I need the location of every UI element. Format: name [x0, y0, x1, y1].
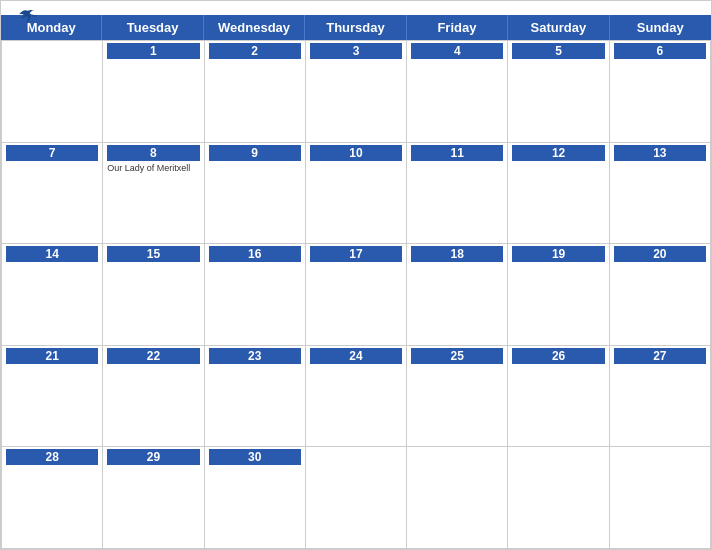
- cell-date: 4: [411, 43, 503, 59]
- cell-date: 19: [512, 246, 604, 262]
- calendar-cell: [306, 447, 407, 549]
- calendar-cell: [610, 447, 711, 549]
- calendar-cell: 22: [103, 346, 204, 448]
- calendar-cell: 30: [205, 447, 306, 549]
- logo-bird-icon: [19, 9, 37, 23]
- calendar-cell: 11: [407, 143, 508, 245]
- calendar-cell: 19: [508, 244, 609, 346]
- cell-date: 26: [512, 348, 604, 364]
- cell-date: 28: [6, 449, 98, 465]
- cell-date: 13: [614, 145, 706, 161]
- cell-date: 3: [310, 43, 402, 59]
- calendar-cell: 21: [2, 346, 103, 448]
- calendar: MondayTuesdayWednesdayThursdayFridaySatu…: [0, 0, 712, 550]
- cell-date: 12: [512, 145, 604, 161]
- calendar-header: [1, 1, 711, 15]
- calendar-cell: [508, 447, 609, 549]
- calendar-cell: 20: [610, 244, 711, 346]
- calendar-cell: 10: [306, 143, 407, 245]
- cell-event: Our Lady of Meritxell: [107, 163, 199, 174]
- calendar-grid: 12345678Our Lady of Meritxell91011121314…: [1, 40, 711, 549]
- cell-date: 29: [107, 449, 199, 465]
- cell-date: 22: [107, 348, 199, 364]
- calendar-cell: 3: [306, 41, 407, 143]
- day-header-saturday: Saturday: [508, 15, 609, 40]
- calendar-cell: 2: [205, 41, 306, 143]
- day-header-friday: Friday: [407, 15, 508, 40]
- logo-blue-text: [17, 9, 37, 23]
- cell-date: 5: [512, 43, 604, 59]
- calendar-cell: 7: [2, 143, 103, 245]
- calendar-cell: 24: [306, 346, 407, 448]
- calendar-cell: 15: [103, 244, 204, 346]
- calendar-cell: 9: [205, 143, 306, 245]
- cell-date: 21: [6, 348, 98, 364]
- cell-date: 30: [209, 449, 301, 465]
- day-header-thursday: Thursday: [305, 15, 406, 40]
- calendar-cell: [2, 41, 103, 143]
- day-headers-row: MondayTuesdayWednesdayThursdayFridaySatu…: [1, 15, 711, 40]
- calendar-cell: 27: [610, 346, 711, 448]
- cell-date: 15: [107, 246, 199, 262]
- cell-date: 11: [411, 145, 503, 161]
- calendar-cell: 1: [103, 41, 204, 143]
- cell-date: 20: [614, 246, 706, 262]
- calendar-cell: 23: [205, 346, 306, 448]
- day-header-sunday: Sunday: [610, 15, 711, 40]
- logo: [17, 9, 37, 23]
- cell-date: 27: [614, 348, 706, 364]
- cell-date: 23: [209, 348, 301, 364]
- calendar-cell: 18: [407, 244, 508, 346]
- calendar-cell: 13: [610, 143, 711, 245]
- calendar-cell: 26: [508, 346, 609, 448]
- calendar-cell: 12: [508, 143, 609, 245]
- calendar-cell: 8Our Lady of Meritxell: [103, 143, 204, 245]
- day-header-tuesday: Tuesday: [102, 15, 203, 40]
- cell-date: 9: [209, 145, 301, 161]
- calendar-cell: 25: [407, 346, 508, 448]
- cell-date: 1: [107, 43, 199, 59]
- calendar-cell: 14: [2, 244, 103, 346]
- cell-date: 14: [6, 246, 98, 262]
- calendar-cell: [407, 447, 508, 549]
- cell-date: 18: [411, 246, 503, 262]
- cell-date: 6: [614, 43, 706, 59]
- calendar-cell: 28: [2, 447, 103, 549]
- calendar-cell: 6: [610, 41, 711, 143]
- day-header-wednesday: Wednesday: [204, 15, 305, 40]
- cell-date: 17: [310, 246, 402, 262]
- calendar-cell: 17: [306, 244, 407, 346]
- cell-date: 16: [209, 246, 301, 262]
- cell-date: 24: [310, 348, 402, 364]
- calendar-cell: 4: [407, 41, 508, 143]
- cell-date: 8: [107, 145, 199, 161]
- cell-date: 2: [209, 43, 301, 59]
- cell-date: 10: [310, 145, 402, 161]
- calendar-cell: 16: [205, 244, 306, 346]
- calendar-cell: 29: [103, 447, 204, 549]
- cell-date: 25: [411, 348, 503, 364]
- cell-date: 7: [6, 145, 98, 161]
- calendar-cell: 5: [508, 41, 609, 143]
